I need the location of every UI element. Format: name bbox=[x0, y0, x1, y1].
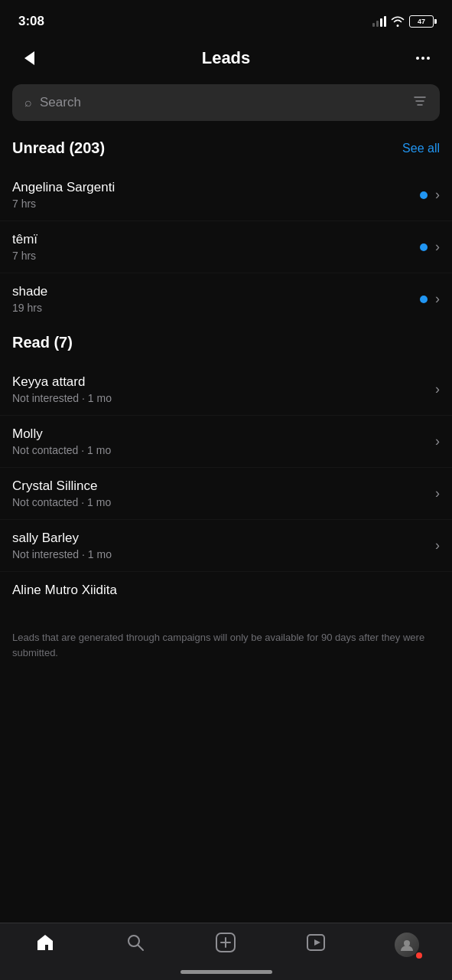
lead-right: › bbox=[435, 537, 440, 554]
list-item[interactable]: Aline Mutro Xiidita bbox=[0, 572, 452, 612]
battery-icon: 47 bbox=[409, 15, 434, 28]
svg-point-10 bbox=[404, 940, 410, 946]
unread-dot-icon bbox=[420, 191, 428, 199]
search-icon: ⌕ bbox=[24, 96, 32, 109]
lead-info: Molly Not contacted · 1 mo bbox=[12, 426, 435, 456]
lead-meta: Not interested · 1 mo bbox=[12, 548, 435, 560]
lead-info: Angelina Sargenti 7 hrs bbox=[12, 180, 420, 210]
wifi-icon bbox=[391, 16, 405, 27]
home-indicator bbox=[180, 970, 272, 974]
svg-marker-9 bbox=[314, 939, 320, 946]
chevron-right-icon: › bbox=[435, 381, 440, 397]
lead-right: › bbox=[435, 485, 440, 501]
more-options-button[interactable] bbox=[409, 44, 437, 72]
nav-home[interactable] bbox=[22, 933, 68, 957]
nav-profile[interactable] bbox=[384, 933, 430, 957]
lead-meta: Not interested · 1 mo bbox=[12, 392, 435, 404]
lead-name: Keyya attard bbox=[12, 374, 435, 390]
nav-search[interactable] bbox=[112, 933, 158, 957]
search-bar[interactable]: ⌕ Search bbox=[12, 84, 440, 121]
svg-line-4 bbox=[138, 946, 144, 951]
unread-title: Unread (203) bbox=[12, 139, 105, 157]
status-bar: 3:08 47 bbox=[0, 0, 452, 38]
lead-name: Molly bbox=[12, 426, 435, 442]
chevron-right-icon: › bbox=[435, 433, 440, 449]
lead-name: Aline Mutro Xiidita bbox=[12, 583, 440, 598]
see-all-button[interactable]: See all bbox=[402, 142, 440, 155]
search-icon bbox=[125, 933, 145, 957]
chevron-right-icon: › bbox=[435, 187, 440, 203]
lead-time: 7 hrs bbox=[12, 198, 420, 210]
lead-time: 19 hrs bbox=[12, 302, 420, 314]
lead-right: › bbox=[420, 239, 440, 255]
nav-video[interactable] bbox=[294, 933, 340, 957]
filter-icon[interactable] bbox=[412, 93, 428, 112]
chevron-right-icon: › bbox=[435, 485, 440, 501]
footer-note: Leads that are generated through campaig… bbox=[0, 618, 452, 678]
list-item[interactable]: têmï 7 hrs › bbox=[0, 221, 452, 273]
lead-name: têmï bbox=[12, 232, 420, 247]
lead-right: › bbox=[420, 291, 440, 307]
list-item[interactable]: shade 19 hrs › bbox=[0, 273, 452, 325]
dot-icon bbox=[427, 57, 430, 60]
lead-name: Crystal Sillince bbox=[12, 479, 435, 494]
unread-dot-icon bbox=[420, 243, 428, 251]
lead-info: têmï 7 hrs bbox=[12, 232, 420, 262]
lead-info: shade 19 hrs bbox=[12, 284, 420, 314]
nav-add[interactable] bbox=[203, 933, 249, 957]
search-input[interactable]: Search bbox=[40, 95, 405, 110]
notification-badge bbox=[416, 952, 422, 959]
status-icons: 47 bbox=[372, 15, 434, 28]
lead-time: 7 hrs bbox=[12, 250, 420, 262]
back-chevron-icon bbox=[24, 51, 34, 65]
status-time: 3:08 bbox=[18, 14, 44, 29]
back-button[interactable] bbox=[15, 44, 43, 72]
lead-right: › bbox=[435, 381, 440, 397]
list-item[interactable]: Angelina Sargenti 7 hrs › bbox=[0, 169, 452, 221]
page-title: Leads bbox=[202, 48, 251, 68]
dot-icon bbox=[416, 57, 419, 60]
read-title: Read (7) bbox=[12, 334, 73, 351]
avatar bbox=[395, 933, 419, 957]
list-item[interactable]: Crystal Sillince Not contacted · 1 mo › bbox=[0, 468, 452, 520]
read-section: Read (7) Keyya attard Not interested · 1… bbox=[0, 334, 452, 612]
lead-right: › bbox=[435, 433, 440, 449]
unread-section: Unread (203) See all Angelina Sargenti 7… bbox=[0, 139, 452, 325]
lead-name: shade bbox=[12, 284, 420, 299]
read-section-header: Read (7) bbox=[0, 334, 452, 364]
video-icon bbox=[307, 933, 327, 957]
chevron-right-icon: › bbox=[435, 537, 440, 554]
list-item[interactable]: Molly Not contacted · 1 mo › bbox=[0, 416, 452, 468]
dot-icon bbox=[421, 57, 424, 60]
lead-name: Angelina Sargenti bbox=[12, 180, 420, 195]
home-icon bbox=[35, 933, 55, 957]
list-item[interactable]: sally Barley Not interested · 1 mo › bbox=[0, 520, 452, 572]
lead-meta: Not contacted · 1 mo bbox=[12, 496, 435, 508]
lead-meta: Not contacted · 1 mo bbox=[12, 444, 435, 456]
lead-right: › bbox=[420, 187, 440, 203]
add-icon bbox=[216, 933, 236, 957]
chevron-right-icon: › bbox=[435, 291, 440, 307]
search-container: ⌕ Search bbox=[12, 84, 440, 121]
lead-info: Keyya attard Not interested · 1 mo bbox=[12, 374, 435, 404]
lead-name: sally Barley bbox=[12, 531, 435, 546]
lead-info: Crystal Sillince Not contacted · 1 mo bbox=[12, 479, 435, 508]
list-item[interactable]: Keyya attard Not interested · 1 mo › bbox=[0, 364, 452, 416]
unread-dot-icon bbox=[420, 296, 428, 303]
signal-icon bbox=[372, 16, 386, 27]
header: Leads bbox=[0, 38, 452, 84]
lead-info: sally Barley Not interested · 1 mo bbox=[12, 531, 435, 560]
unread-section-header: Unread (203) See all bbox=[0, 139, 452, 169]
chevron-right-icon: › bbox=[435, 239, 440, 255]
